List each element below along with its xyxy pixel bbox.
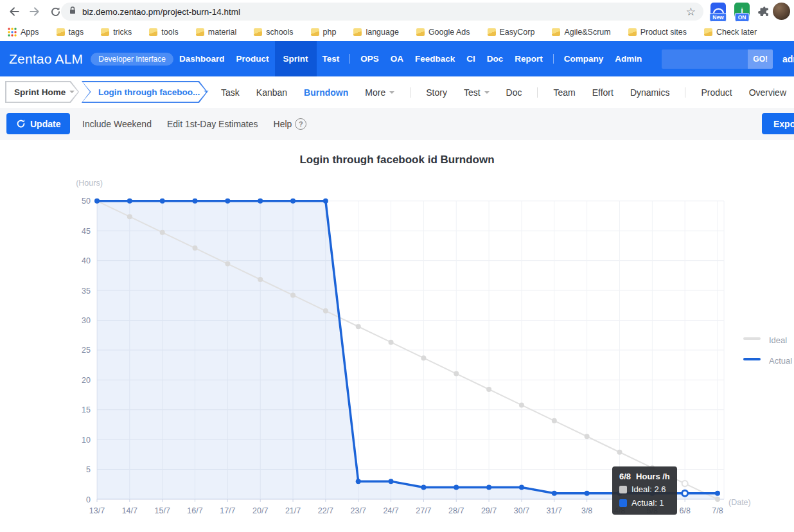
svg-text:30: 30 (82, 316, 91, 325)
developer-interface-badge: Developer Interface (91, 53, 173, 66)
sprint-home-dropdown[interactable]: Sprint Home (5, 81, 79, 103)
svg-text:22/7: 22/7 (318, 506, 333, 515)
tooltip-actual-row: Actual: 1 (619, 496, 670, 510)
extension-icon-new[interactable]: New (710, 3, 726, 18)
tab-dynamics[interactable]: Dynamics (630, 87, 669, 98)
menu-company[interactable]: Company (558, 41, 610, 76)
chevron-down-icon (204, 91, 209, 93)
folder-icon (311, 28, 319, 36)
bookmark-item[interactable]: Google Ads (416, 28, 470, 37)
menu-doc[interactable]: Doc (481, 41, 509, 76)
svg-text:14/7: 14/7 (122, 506, 137, 515)
folder-icon (149, 28, 157, 36)
svg-text:45: 45 (82, 227, 91, 236)
menu-sprint[interactable]: Sprint (275, 41, 317, 76)
url-text[interactable]: biz.demo.zentao.pm/project-burn-14.html (82, 7, 686, 17)
forward-icon[interactable] (28, 5, 41, 18)
bookmark-item[interactable]: schools (254, 28, 293, 37)
menu-test[interactable]: Test (317, 41, 346, 76)
folder-icon (552, 28, 560, 36)
url-bar[interactable]: biz.demo.zentao.pm/project-burn-14.html … (61, 3, 703, 21)
tab-doc[interactable]: Doc (506, 87, 522, 98)
tab-product[interactable]: Product (701, 87, 732, 98)
user-menu[interactable]: admin (782, 54, 794, 64)
menu-ops[interactable]: OPS (355, 41, 385, 76)
folder-icon (704, 28, 712, 36)
svg-text:23/7: 23/7 (351, 506, 366, 515)
help-icon: ? (295, 118, 306, 130)
reload-icon[interactable] (49, 5, 62, 18)
bookmark-item[interactable]: Check later (704, 28, 757, 37)
bookmark-item[interactable]: Agile&Scrum (552, 28, 610, 37)
screen: biz.demo.zentao.pm/project-burn-14.html … (0, 0, 794, 532)
svg-text:Actual: Actual (769, 356, 792, 366)
bookmark-item[interactable]: language (353, 28, 398, 37)
menu-ci[interactable]: CI (461, 41, 481, 76)
svg-text:(Date): (Date) (728, 498, 751, 507)
bookmark-item[interactable]: material (196, 28, 236, 37)
svg-text:28/7: 28/7 (448, 506, 464, 515)
folder-icon (488, 28, 496, 36)
refresh-icon (16, 119, 26, 129)
svg-text:15/7: 15/7 (155, 506, 170, 515)
divider (553, 54, 554, 64)
tab-burndown[interactable]: Burndown (304, 87, 348, 98)
folder-icon (101, 28, 109, 36)
tab-effort[interactable]: Effort (592, 87, 613, 98)
bookmark-item[interactable]: EasyCorp (488, 28, 535, 37)
svg-text:40: 40 (82, 256, 91, 265)
app-logo[interactable]: Zentao ALM (9, 51, 83, 67)
help-link[interactable]: Help ? (274, 118, 307, 130)
svg-text:29/7: 29/7 (481, 506, 497, 515)
back-icon[interactable] (8, 5, 21, 18)
svg-text:16/7: 16/7 (187, 506, 202, 515)
svg-text:24/7: 24/7 (383, 506, 398, 515)
sub-navigation: Sprint Home Login through faceboo... Tas… (0, 76, 794, 109)
menu-feedback[interactable]: Feedback (409, 41, 461, 76)
tab-team[interactable]: Team (553, 87, 575, 98)
svg-text:27/7: 27/7 (416, 506, 431, 515)
extension-badge: New (709, 13, 727, 22)
bookmark-item[interactable]: php (311, 28, 337, 37)
include-weekend-link[interactable]: Include Weekend (82, 119, 152, 129)
svg-text:50: 50 (82, 197, 91, 206)
svg-text:Ideal: Ideal (769, 335, 787, 345)
search-input[interactable] (662, 49, 748, 69)
bookmark-item[interactable]: tags (57, 28, 84, 37)
tab-task[interactable]: Task (221, 87, 240, 98)
menu-admin[interactable]: Admin (609, 41, 648, 76)
folder-icon (254, 28, 262, 36)
tab-test[interactable]: Test (464, 87, 490, 98)
tab-story[interactable]: Story (426, 87, 447, 98)
menu-product[interactable]: Product (230, 41, 274, 76)
svg-text:25: 25 (82, 346, 91, 355)
svg-text:31/7: 31/7 (547, 506, 562, 515)
update-button[interactable]: Update (6, 113, 70, 134)
svg-text:21/7: 21/7 (285, 506, 301, 515)
tab-kanban[interactable]: Kanban (256, 87, 287, 98)
tooltip-ideal-row: Ideal: 2.6 (619, 483, 670, 496)
bookmark-star-icon[interactable]: ☆ (686, 6, 696, 17)
menu-report[interactable]: Report (509, 41, 549, 76)
tab-more[interactable]: More (365, 87, 394, 98)
search-go-button[interactable]: GO! (748, 49, 773, 69)
bookmark-item[interactable]: tricks (101, 28, 132, 37)
lock-icon (69, 6, 76, 17)
project-dropdown[interactable]: Login through faceboo... (82, 81, 207, 103)
browser-toolbar: biz.demo.zentao.pm/project-burn-14.html … (0, 0, 794, 23)
menu-dashboard[interactable]: Dashboard (173, 41, 231, 76)
apps-button[interactable]: Apps (8, 28, 39, 37)
browser-profile-avatar[interactable] (773, 3, 790, 20)
export-button[interactable]: Export (762, 113, 794, 134)
tab-overview[interactable]: Overview (749, 87, 786, 98)
header-search: GO! (662, 49, 773, 69)
edit-estimates-link[interactable]: Edit 1st-Day Estimates (167, 119, 258, 129)
menu-oa[interactable]: OA (385, 41, 409, 76)
extensions-puzzle-icon[interactable] (757, 4, 770, 17)
extension-icon-on[interactable]: i ON (734, 3, 750, 18)
bookmark-item[interactable]: Product sites (628, 28, 687, 37)
bookmark-item[interactable]: tools (149, 28, 178, 37)
svg-text:20: 20 (82, 376, 91, 385)
svg-text:35: 35 (82, 287, 91, 296)
chart-title: Login through facebook id Burndown (0, 154, 794, 166)
